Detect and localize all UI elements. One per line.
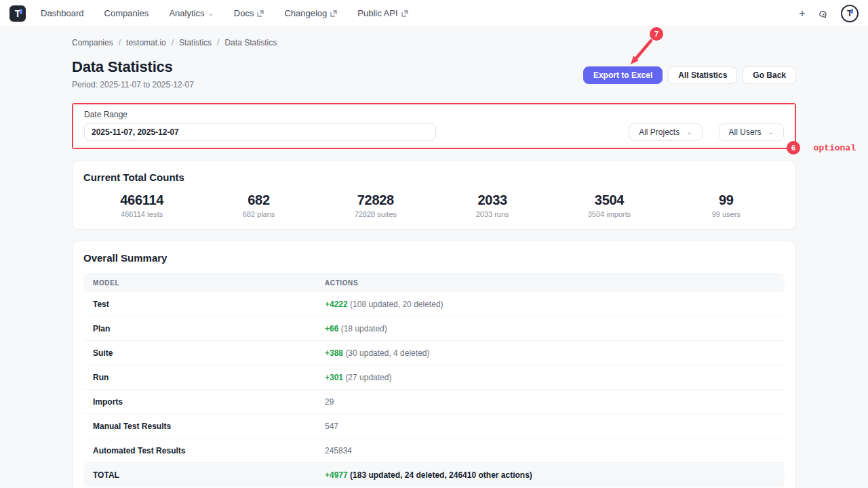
stat-value: 3504 bbox=[551, 192, 667, 208]
row-detail: 29 bbox=[325, 397, 334, 407]
row-delta: +4977 bbox=[325, 470, 348, 480]
title-block: Data Statistics Period: 2025-11-07 to 20… bbox=[72, 58, 194, 89]
breadcrumb-statistics[interactable]: Statistics bbox=[179, 38, 212, 47]
counts-card-title: Current Total Counts bbox=[83, 171, 785, 183]
stat-users: 99 99 users bbox=[668, 192, 785, 218]
table-row-run: Run +301 (27 updated) bbox=[83, 365, 785, 390]
column-header-model: MODEL bbox=[83, 279, 325, 287]
plus-icon[interactable]: + bbox=[799, 7, 806, 19]
nav-changelog[interactable]: Changelog bbox=[284, 8, 337, 18]
go-back-button[interactable]: Go Back bbox=[743, 66, 796, 84]
row-delta: +4222 bbox=[325, 300, 348, 309]
row-actions: +66 (18 updated) bbox=[325, 324, 785, 333]
stat-value: 466114 bbox=[83, 192, 200, 208]
date-range-label: Date Range bbox=[84, 110, 784, 119]
stat-label: 2033 runs bbox=[434, 210, 551, 218]
current-total-counts-card: Current Total Counts 466114 466114 tests… bbox=[72, 160, 796, 230]
row-actions: +4977 (183 updated, 24 deleted, 246410 o… bbox=[325, 470, 785, 480]
row-model: Suite bbox=[83, 348, 325, 358]
row-model: Imports bbox=[83, 397, 325, 407]
annotation-arrow-7: 7 bbox=[610, 26, 671, 70]
stat-suites: 72828 72828 suites bbox=[317, 192, 434, 218]
table-row-plan: Plan +66 (18 updated) bbox=[83, 317, 785, 341]
annotation-highlight-box-6: Date Range All Projects ⌄ All Users ⌄ 6 … bbox=[72, 103, 796, 149]
row-model: Automated Test Results bbox=[83, 446, 325, 455]
nav-dashboard[interactable]: Dashboard bbox=[41, 8, 84, 18]
summary-card-title: Overall Summary bbox=[83, 252, 785, 264]
testomat-logo[interactable]: T bbox=[9, 5, 26, 22]
row-detail: (18 updated) bbox=[341, 324, 387, 333]
external-link-icon bbox=[330, 10, 337, 17]
nav-companies[interactable]: Companies bbox=[104, 8, 149, 18]
annotation-optional-label: optional bbox=[814, 143, 856, 153]
row-actions: 245834 bbox=[325, 446, 785, 455]
stat-label: 3504 imports bbox=[551, 210, 667, 218]
export-to-excel-button[interactable]: Export to Excel bbox=[583, 66, 663, 84]
stats-row: 466114 466114 tests 682 682 plans 72828 … bbox=[83, 192, 785, 218]
chevron-down-icon: ⌄ bbox=[686, 129, 692, 136]
stat-plans: 682 682 plans bbox=[200, 192, 317, 218]
external-link-icon bbox=[401, 10, 408, 17]
period-text: Period: 2025-11-07 to 2025-12-07 bbox=[72, 80, 194, 89]
row-model: Test bbox=[83, 300, 325, 309]
top-navigation: T Dashboard Companies Analytics ⌄ Docs C… bbox=[0, 0, 868, 27]
stat-label: 466114 tests bbox=[83, 210, 200, 218]
annotation-badge-6: 6 bbox=[787, 141, 800, 155]
header-actions: 7 Export to Excel All Statistics Go Back bbox=[583, 66, 796, 84]
row-delta: +66 bbox=[325, 324, 338, 333]
breadcrumb-companies[interactable]: Companies bbox=[72, 38, 113, 47]
nav-analytics[interactable]: Analytics ⌄ bbox=[169, 8, 213, 18]
table-row-suite: Suite +388 (30 updated, 4 deleted) bbox=[83, 341, 785, 365]
projects-filter-value: All Projects bbox=[639, 127, 679, 137]
notification-icon[interactable] bbox=[818, 8, 829, 19]
nav-docs[interactable]: Docs bbox=[234, 8, 264, 18]
row-actions: 29 bbox=[325, 397, 785, 407]
row-model: Manual Test Results bbox=[83, 422, 325, 431]
chevron-down-icon: ⌄ bbox=[768, 129, 774, 136]
external-link-icon bbox=[257, 10, 264, 17]
breadcrumb-separator: / bbox=[217, 38, 219, 47]
stat-imports: 3504 3504 imports bbox=[551, 192, 667, 218]
stat-runs: 2033 2033 runs bbox=[434, 192, 551, 218]
table-row-automated-test-results: Automated Test Results 245834 bbox=[83, 439, 785, 463]
page-title: Data Statistics bbox=[72, 58, 194, 76]
user-avatar[interactable]: T bbox=[841, 5, 859, 22]
annotation-badge-7: 7 bbox=[654, 30, 658, 38]
stat-value: 72828 bbox=[317, 192, 434, 208]
row-detail: (30 updated, 4 deleted) bbox=[345, 348, 429, 358]
row-actions: +388 (30 updated, 4 deleted) bbox=[325, 348, 785, 358]
filter-dropdowns: All Projects ⌄ All Users ⌄ bbox=[629, 123, 784, 141]
nav-docs-label: Docs bbox=[234, 8, 254, 18]
breadcrumb-company[interactable]: testomat.io bbox=[126, 38, 166, 47]
breadcrumb-data-statistics: Data Statistics bbox=[224, 38, 277, 47]
nav-analytics-label: Analytics bbox=[169, 8, 204, 18]
column-header-actions: ACTIONS bbox=[325, 279, 785, 287]
row-delta: +301 bbox=[325, 373, 343, 382]
all-statistics-button[interactable]: All Statistics bbox=[668, 66, 737, 84]
row-actions: 547 bbox=[325, 422, 785, 431]
stat-value: 682 bbox=[200, 192, 317, 208]
date-range-input[interactable] bbox=[84, 123, 436, 141]
projects-filter-dropdown[interactable]: All Projects ⌄ bbox=[629, 123, 702, 141]
nav-dashboard-label: Dashboard bbox=[41, 8, 84, 18]
page-header: Data Statistics Period: 2025-11-07 to 20… bbox=[72, 58, 796, 89]
stat-tests: 466114 466114 tests bbox=[83, 192, 200, 218]
nav-public-api[interactable]: Public API bbox=[357, 8, 408, 18]
table-row-total: TOTAL +4977 (183 updated, 24 deleted, 24… bbox=[83, 463, 785, 487]
row-actions: +301 (27 updated) bbox=[325, 373, 785, 382]
page-content: Companies / testomat.io / Statistics / D… bbox=[0, 27, 868, 488]
overall-summary-card: Overall Summary MODEL ACTIONS Test +4222… bbox=[72, 241, 796, 488]
users-filter-value: All Users bbox=[729, 127, 762, 137]
users-filter-dropdown[interactable]: All Users ⌄ bbox=[719, 123, 784, 141]
breadcrumb: Companies / testomat.io / Statistics / D… bbox=[72, 38, 796, 47]
nav-public-api-label: Public API bbox=[357, 8, 397, 18]
row-detail: 547 bbox=[325, 422, 338, 431]
breadcrumb-separator: / bbox=[172, 38, 174, 47]
row-delta: +388 bbox=[325, 348, 343, 358]
stat-label: 682 plans bbox=[200, 210, 317, 218]
row-model: Plan bbox=[83, 324, 325, 333]
row-detail: (183 updated, 24 deleted, 246410 other a… bbox=[350, 470, 532, 480]
row-detail: 245834 bbox=[325, 446, 352, 455]
main-menu: Dashboard Companies Analytics ⌄ Docs Cha… bbox=[41, 8, 408, 18]
row-actions: +4222 (108 updated, 20 deleted) bbox=[325, 300, 785, 309]
